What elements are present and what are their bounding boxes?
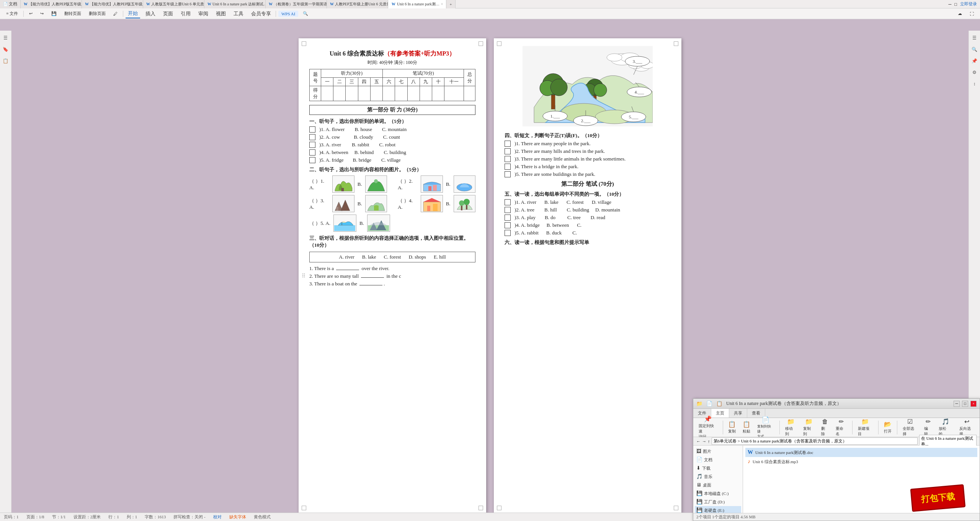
delete-page-btn[interactable]: 删除页面: [86, 10, 109, 17]
rs-icon-4[interactable]: ⚙: [970, 68, 979, 77]
tab-7-close[interactable]: ×: [441, 2, 443, 6]
flip-page-btn[interactable]: 翻转页面: [61, 10, 84, 17]
fm-tab-share[interactable]: 共享: [729, 409, 747, 418]
sidebar-icon-1[interactable]: ☰: [2, 34, 10, 42]
status-col: 列：1: [127, 514, 137, 520]
section6-heading: 六、读一读，根据句意和图片提示写单: [505, 239, 671, 246]
svg-point-30: [594, 84, 607, 97]
tab-2[interactable]: W 【能力培优】人教PEP版五年级上册…: [82, 0, 143, 8]
status-section: 节：1/1: [52, 514, 66, 520]
minimize-btn[interactable]: ─: [949, 2, 952, 7]
fm-file-2[interactable]: ♪ Unit 6 综合素质达标.mp3: [745, 457, 977, 466]
drag-handle: ⠿: [302, 273, 305, 279]
section2-heading: 二、听句子，选出与所听内容相符的图片。（5分）: [309, 166, 475, 173]
cloud-btn[interactable]: ☁: [955, 10, 965, 17]
fm-address-bar: ← → ↑ 第6单元试卷 > Unit 6 In a nature park测试…: [693, 437, 980, 446]
fm-back-btn[interactable]: ←: [696, 439, 701, 444]
fm-btn-paste[interactable]: 📋 粘贴: [740, 420, 753, 435]
fm-nav-pictures[interactable]: 🖼 图片: [695, 447, 741, 455]
register-btn[interactable]: 立即登录: [960, 1, 977, 7]
tab-7[interactable]: W Unit 6 In a nature park测… ×: [388, 0, 446, 8]
svg-point-19: [607, 54, 622, 61]
options-box: A. river B. lake C. forest D. shops E. h…: [309, 252, 475, 262]
tab-bar: 📄 文档 W 【能力培优】人教PEP版五年级上册… W 【能力培优】人教PEP版…: [0, 0, 980, 8]
tab-doc[interactable]: 📄 文档: [0, 0, 21, 8]
fm-btn-open[interactable]: 📂 打开: [882, 420, 894, 435]
fm-close[interactable]: ×: [970, 401, 977, 407]
svg-text:4.___: 4.___: [635, 90, 644, 94]
fm-btn-new[interactable]: 📁 新建项目: [856, 417, 875, 437]
park-svg: 1.___ 2.___ 3.___ 4.___ 5.__: [523, 46, 653, 126]
ribbon-ref[interactable]: 引用: [178, 10, 193, 18]
save-btn[interactable]: 💾: [48, 10, 60, 17]
fill-q1: 1. There is a over the river.: [309, 265, 475, 272]
wps-ai-btn[interactable]: WPS AI: [278, 11, 298, 17]
redo-btn[interactable]: ↪: [37, 10, 47, 17]
tab-1[interactable]: W 【能力培优】人教PEP版五年级上册…: [21, 0, 82, 8]
format-btn[interactable]: 🖊: [110, 11, 121, 17]
fm-btn-move[interactable]: 📁 移动到: [783, 417, 799, 437]
ribbon-review[interactable]: 审阅: [196, 10, 211, 18]
status-words: 字数：1613: [145, 514, 166, 520]
ribbon-start[interactable]: 开始: [126, 9, 140, 18]
fm-nav-docs[interactable]: 📄 文档: [695, 455, 741, 464]
fill-q2: 2. There are so many tall in the c: [309, 273, 475, 279]
fm-nav-e[interactable]: 💾 老硬盘 (E:): [695, 506, 741, 513]
expand-btn[interactable]: ⛶: [967, 11, 977, 17]
tab-6[interactable]: W 人教PEP五年级上册Unit 6 元质量…: [327, 0, 388, 8]
rs-icon-5[interactable]: ↕: [970, 80, 979, 88]
fm-title: Unit 6 In a nature park测试卷（含答案及听力音频，原文）: [726, 400, 951, 407]
fm-forward-btn[interactable]: →: [702, 439, 706, 444]
fm-nav-music[interactable]: 🎵 音乐: [695, 472, 741, 481]
ribbon-view[interactable]: 视图: [214, 10, 228, 18]
fm-nav-desktop[interactable]: 🖥 桌面: [695, 481, 741, 489]
maximize-btn[interactable]: □: [954, 2, 957, 7]
ribbon-tools[interactable]: 工具: [231, 10, 246, 18]
fm-btn-selectall[interactable]: ☑ 全部选择: [900, 417, 920, 437]
rs-icon-1[interactable]: ☰: [970, 34, 979, 42]
file-menu[interactable]: ≡ 文件: [3, 10, 21, 17]
tab-3[interactable]: W 人教版五年级上册Unit 6 单元质量…: [143, 0, 204, 8]
rs-icon-3[interactable]: 📌: [970, 57, 979, 65]
img-3b: [365, 195, 387, 212]
fm-minimize[interactable]: ─: [954, 401, 960, 407]
fm-btn-rename[interactable]: ✏ 重命名: [833, 417, 849, 437]
fm-btn-pin[interactable]: 📌 固定到快速访问: [696, 415, 720, 440]
q1-1: )1. A. flower B. house C. mountain: [309, 126, 475, 133]
section5-heading: 五、读一读，选出每组单词中不同类的一项。（10分）: [505, 191, 671, 198]
fm-nav-d[interactable]: 💾 工厂盘 (D:): [695, 498, 741, 506]
tab-7-icon: W: [391, 2, 396, 7]
rs-icon-2[interactable]: 🔍: [970, 45, 979, 54]
download-stamp[interactable]: 打包下载: [910, 484, 966, 512]
sidebar-icon-2[interactable]: 🔖: [2, 45, 10, 54]
fm-address[interactable]: 第6单元试卷 > Unit 6 In a nature park测试卷（含答案及…: [712, 437, 918, 445]
fm-btn-copy[interactable]: 📋 复制: [726, 420, 738, 435]
ribbon-member[interactable]: 会员专享: [249, 10, 273, 18]
img-2a: [421, 175, 443, 193]
ribbon-insert[interactable]: 插入: [143, 10, 158, 18]
fm-maximize[interactable]: □: [962, 401, 968, 407]
fm-nav-c[interactable]: 💾 本地磁盘 (C:): [695, 489, 741, 498]
search-btn[interactable]: 🔍: [300, 10, 311, 17]
fm-up-btn[interactable]: ↑: [708, 439, 710, 444]
time-info: 时间: 40分钟 满分: 100分: [309, 59, 475, 66]
ribbon-page[interactable]: 页面: [161, 10, 175, 18]
status-missing-font[interactable]: 缺失字体: [229, 514, 246, 520]
sidebar-icon-3[interactable]: 📋: [2, 57, 10, 65]
status-mode[interactable]: 黄色模式: [254, 514, 271, 520]
left-sidebar: ☰ 🔖 📋: [0, 31, 11, 521]
fm-nav-downloads[interactable]: ⬇ 下载: [695, 464, 741, 472]
fm-btn-copy2[interactable]: 📁 复制到: [801, 417, 817, 437]
fm-btn-shortcut[interactable]: 📄 复制到快捷方式: [755, 415, 776, 440]
q1-3: )3. A. river B. rabbit C. robot: [309, 142, 475, 148]
status-proofread[interactable]: 校对: [213, 514, 222, 520]
fm-file-1[interactable]: W Unit 6 In a nature park测试卷.doc: [745, 448, 977, 457]
fm-btn-delete[interactable]: 🗑 删除: [819, 418, 831, 437]
tab-5[interactable]: W （检测卷）五年级第一学期英语副…: [266, 0, 327, 8]
fm-toolbar: 📌 固定到快速访问 📋 复制 📋 粘贴 📄 复制到快捷方式 📁 移动到 📁 复制…: [693, 418, 980, 437]
tab-add[interactable]: +: [446, 0, 455, 8]
tab-4[interactable]: W Unit 6 In a nature park 达标测试…: [204, 0, 266, 8]
undo-btn[interactable]: ↩: [26, 10, 36, 17]
tf-q3: )3. There are many little animals in the…: [505, 156, 671, 162]
part2-title-right: 第二部分 笔试 (70分): [505, 180, 671, 188]
